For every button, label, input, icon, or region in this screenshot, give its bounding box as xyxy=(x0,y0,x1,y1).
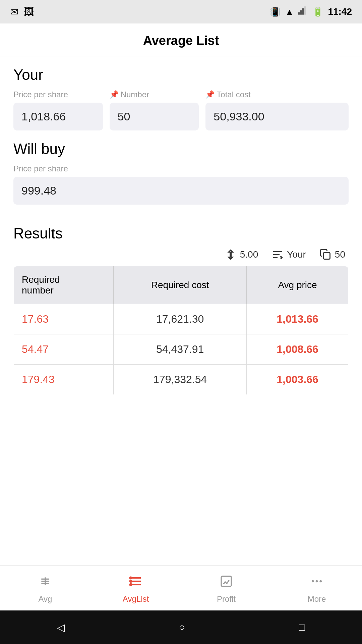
svg-rect-18 xyxy=(221,576,231,586)
will-buy-section: Will buy Price per share xyxy=(13,141,349,205)
status-left-icons: ✉ 🖼 xyxy=(10,6,34,18)
your-section: Your Price per share 📌 Number 📌 Total co… xyxy=(13,66,349,130)
wifi-icon: ▲ xyxy=(285,7,294,17)
will-buy-title: Will buy xyxy=(13,141,349,157)
total-cost-group: 📌 Total cost xyxy=(205,90,349,130)
table-header-row: Requirednumber Required cost Avg price xyxy=(14,266,349,304)
home-button[interactable]: ○ xyxy=(179,622,185,633)
badge-arrows: 5.00 xyxy=(225,249,258,261)
will-buy-price-input[interactable] xyxy=(13,177,349,205)
col-header-required-cost: Required cost xyxy=(114,266,247,304)
badge-value-3: 50 xyxy=(335,249,345,260)
back-button[interactable]: ◁ xyxy=(57,622,65,633)
vibrate-icon: 📳 xyxy=(270,7,281,17)
profit-icon xyxy=(220,575,233,591)
image-icon: 🖼 xyxy=(24,6,34,17)
price-per-share-label: Price per share xyxy=(13,90,103,99)
table-row: 17.63 17,621.30 1,013.66 xyxy=(14,304,349,334)
nav-label-more: More xyxy=(308,594,326,604)
status-bar: ✉ 🖼 📳 ▲ 🔋 11:42 xyxy=(0,0,362,23)
svg-rect-2 xyxy=(302,8,304,15)
more-icon xyxy=(310,575,323,591)
cell-avg-price-0: 1,013.66 xyxy=(247,304,349,334)
bottom-navigation: Avg AvgList Profit xyxy=(0,566,362,610)
android-nav-bar: ◁ ○ □ xyxy=(0,610,362,644)
table-row: 54.47 54,437.91 1,008.66 xyxy=(14,334,349,365)
table-row: 179.43 179,332.54 1,003.66 xyxy=(14,365,349,395)
svg-rect-1 xyxy=(300,10,302,14)
price-per-share-group: Price per share xyxy=(13,90,103,130)
nav-label-avglist: AvgList xyxy=(123,594,149,604)
page-header: Average List xyxy=(0,23,362,56)
nav-label-profit: Profit xyxy=(217,594,236,604)
signal-icon xyxy=(298,6,308,18)
col-header-required-number: Requirednumber xyxy=(14,266,114,304)
gmail-icon: ✉ xyxy=(10,6,18,18)
number-group: 📌 Number xyxy=(110,90,199,130)
results-title: Results xyxy=(13,225,349,242)
cell-required-cost-2: 179,332.54 xyxy=(114,365,247,395)
svg-point-19 xyxy=(312,580,314,583)
cell-avg-price-2: 1,003.66 xyxy=(247,365,349,395)
nav-item-more[interactable]: More xyxy=(272,566,362,610)
svg-rect-7 xyxy=(323,253,330,259)
avg-icon xyxy=(39,575,52,591)
nav-item-profit[interactable]: Profit xyxy=(181,566,272,610)
cell-avg-price-1: 1,008.66 xyxy=(247,334,349,365)
nav-item-avglist[interactable]: AvgList xyxy=(90,566,181,610)
results-section: Results 5.00 Your xyxy=(13,225,349,395)
cell-required-cost-0: 17,621.30 xyxy=(114,304,247,334)
price-per-share-input[interactable] xyxy=(13,103,103,130)
time-display: 11:42 xyxy=(328,6,352,17)
section-divider xyxy=(13,215,349,215)
cell-required-number-1: 54.47 xyxy=(14,334,114,365)
avglist-icon xyxy=(129,575,142,591)
svg-point-20 xyxy=(316,580,318,583)
nav-label-avg: Avg xyxy=(39,594,52,604)
your-input-row: Price per share 📌 Number 📌 Total cost xyxy=(13,90,349,130)
badge-copy: 50 xyxy=(319,249,345,261)
will-buy-price-group: Price per share xyxy=(13,164,349,205)
results-header-badges: 5.00 Your 50 xyxy=(13,249,349,261)
total-cost-input[interactable] xyxy=(205,103,349,130)
svg-rect-3 xyxy=(304,6,306,14)
svg-point-15 xyxy=(130,577,132,579)
col-header-avg-price: Avg price xyxy=(247,266,349,304)
battery-icon: 🔋 xyxy=(312,7,323,17)
recents-button[interactable]: □ xyxy=(299,622,305,633)
badge-value-2: Your xyxy=(287,249,306,260)
number-label: 📌 Number xyxy=(110,90,199,99)
your-section-title: Your xyxy=(13,66,349,83)
badge-your: Your xyxy=(272,249,306,261)
page-title: Average List xyxy=(143,34,219,48)
cell-required-cost-1: 54,437.91 xyxy=(114,334,247,365)
badge-value-1: 5.00 xyxy=(240,249,258,260)
main-content: Your Price per share 📌 Number 📌 Total co… xyxy=(0,56,362,405)
pin-icon-red: 📌 xyxy=(110,90,119,99)
number-input[interactable] xyxy=(110,103,199,130)
will-buy-price-label: Price per share xyxy=(13,164,349,173)
cell-required-number-0: 17.63 xyxy=(14,304,114,334)
svg-rect-0 xyxy=(298,12,300,14)
svg-point-17 xyxy=(130,584,132,586)
pin-icon-gray: 📌 xyxy=(205,90,215,99)
status-right-icons: 📳 ▲ 🔋 11:42 xyxy=(270,6,352,18)
svg-point-21 xyxy=(319,580,322,583)
nav-item-avg[interactable]: Avg xyxy=(0,566,90,610)
svg-point-16 xyxy=(130,581,132,582)
total-cost-label: 📌 Total cost xyxy=(205,90,349,99)
cell-required-number-2: 179.43 xyxy=(14,365,114,395)
results-table: Requirednumber Required cost Avg price 1… xyxy=(13,266,349,395)
